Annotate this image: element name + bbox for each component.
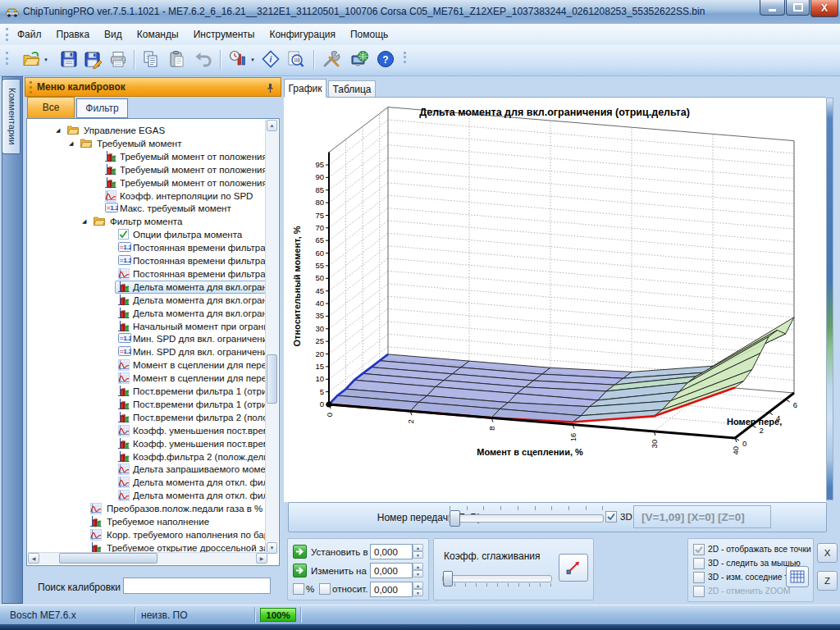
menu-item[interactable]: Конфигурация xyxy=(262,24,343,45)
tree-item[interactable]: Требуемый момент от положения педа xyxy=(28,176,267,189)
grid-edit-button[interactable] xyxy=(786,566,809,587)
menu-item[interactable]: Помощь xyxy=(343,24,395,45)
tree-item[interactable]: Коэфф. уменьшения пост.времени xyxy=(28,437,267,450)
save-button[interactable] xyxy=(59,49,80,71)
tree-vertical-scrollbar[interactable]: ▲ ▼ xyxy=(265,120,278,555)
tree-item[interactable]: Пост.времени фильтра 2 (полож.де xyxy=(28,411,267,424)
tree-item[interactable]: Начальный момент при ограничени xyxy=(28,320,267,333)
tree-item[interactable]: =1.2Мин. SPD для вкл. ограничения (по xyxy=(28,345,267,358)
tree-hscroll-thumb[interactable] xyxy=(59,553,158,564)
scroll-up-icon[interactable]: ▲ xyxy=(267,120,277,131)
change-value-field[interactable]: 0,000 xyxy=(370,563,413,578)
tree-item[interactable]: =1.2Постоянная времени фильтра при ( xyxy=(28,254,267,267)
tree-item[interactable]: Коэфф.фильтра 2 (полож.дельта) xyxy=(28,450,267,463)
tree-item[interactable]: =1.2Постоянная времени фильтра при ( xyxy=(28,241,267,254)
tools-button[interactable] xyxy=(322,49,343,71)
tree-item[interactable]: Постоянная времени фильтра при : xyxy=(28,267,267,281)
tree-item[interactable]: Корр. требуемого наполнения по барометр xyxy=(28,528,267,541)
expander-icon[interactable]: ◢ xyxy=(82,218,86,225)
close-button[interactable]: X xyxy=(810,0,838,17)
tab-graph[interactable]: График xyxy=(284,79,326,98)
surface-chart[interactable]: 0510152025303540455055606570758085909502… xyxy=(284,98,825,501)
option-checkbox[interactable] xyxy=(693,544,705,555)
interpolate-button[interactable] xyxy=(559,554,588,582)
scroll-left-icon[interactable]: ◀ xyxy=(28,553,39,564)
scroll-right-icon[interactable]: ▶ xyxy=(256,553,267,564)
maximize-button[interactable] xyxy=(786,0,810,16)
smoothing-slider-track[interactable] xyxy=(442,575,552,582)
menu-item[interactable]: Инструменты xyxy=(186,24,262,45)
menu-item[interactable]: Правка xyxy=(49,24,98,45)
apply-set-button[interactable] xyxy=(293,545,307,559)
title-bar[interactable]: ChipTuningPRO ver.7.5.1.1021 - ME7.6.2_6… xyxy=(0,0,840,25)
tree-horizontal-scrollbar[interactable]: ◀ ▶ xyxy=(28,552,267,564)
info-button[interactable]: i xyxy=(261,49,282,71)
tree-item[interactable]: Дельта момента для вкл.ограничен xyxy=(28,294,267,307)
option-checkbox[interactable] xyxy=(693,586,705,597)
menu-item[interactable]: Файл xyxy=(10,24,49,45)
sidebar-header[interactable]: Меню калибровок xyxy=(25,77,281,97)
pin-icon[interactable] xyxy=(266,82,275,97)
checkbox-percent[interactable] xyxy=(293,583,304,595)
tree-item[interactable]: ◢Фильтр момента xyxy=(28,215,267,228)
tree-vscroll-thumb[interactable] xyxy=(267,354,277,404)
checkbox-relative[interactable] xyxy=(319,583,331,595)
expander-icon[interactable]: ◢ xyxy=(56,127,60,134)
tree-item[interactable]: Коэфф. уменьшения пост.времени xyxy=(28,424,267,437)
search-input[interactable] xyxy=(123,578,271,594)
comments-tab[interactable]: Комментарии xyxy=(2,79,21,154)
tree-item[interactable]: Дельта запрашиваемого момента , xyxy=(28,463,267,476)
tree-item[interactable]: Момент в сцеплении для переключ xyxy=(28,372,267,385)
view-mode-button[interactable] xyxy=(228,49,249,71)
option-checkbox[interactable] xyxy=(693,572,705,583)
minimize-button[interactable] xyxy=(760,0,785,16)
open-dropdown-icon[interactable]: ▼ xyxy=(43,57,48,62)
tree-item[interactable]: =1.2Макс. требуемый момент xyxy=(28,202,267,215)
gear-slider-thumb[interactable] xyxy=(450,510,460,527)
undo-button[interactable] xyxy=(194,49,215,71)
toolbar-end-grip[interactable] xyxy=(404,52,406,63)
menu-item[interactable]: Вид xyxy=(97,24,130,45)
change-value-stepper[interactable]: ▲▼ xyxy=(413,563,424,578)
sidebar-tab-all[interactable]: Все xyxy=(27,97,75,118)
gear-slider-track[interactable] xyxy=(448,514,604,523)
sidebar-tab-filter[interactable]: Фильтр xyxy=(76,98,128,118)
toolbar-grip[interactable] xyxy=(6,52,8,65)
menu-item[interactable]: Команды xyxy=(130,24,186,45)
tree-item[interactable]: Дельта момента для откл. фильтра xyxy=(28,489,267,502)
copy-button[interactable] xyxy=(141,49,162,71)
tree-item[interactable]: Дельта момента для вкл.огранич. п xyxy=(28,307,267,320)
scroll-down-icon[interactable]: ▼ xyxy=(267,542,277,554)
zoom-preview-button[interactable]: 110 xyxy=(285,49,307,71)
apply-change-button[interactable] xyxy=(293,564,307,578)
view-mode-dropdown-icon[interactable]: ▼ xyxy=(250,57,255,62)
menu-grip[interactable] xyxy=(6,28,8,41)
set-value-field[interactable]: 0,000 xyxy=(370,544,413,559)
paste-button[interactable] xyxy=(167,49,189,71)
tree-item[interactable]: Требуемый момент от положения педа xyxy=(28,150,267,163)
z-axis-button[interactable]: Z xyxy=(817,571,838,591)
tree-item[interactable]: Требуемый момент от положения педа xyxy=(28,163,267,176)
tree-item[interactable]: Требуемое наполнение xyxy=(28,515,267,528)
relative-value-stepper[interactable]: ▲▼ xyxy=(413,582,424,597)
open-button[interactable] xyxy=(21,49,43,71)
help-button[interactable]: ? xyxy=(376,49,397,71)
tab-table[interactable]: Таблица xyxy=(328,80,376,98)
checkbox-3d[interactable] xyxy=(605,511,617,523)
tree-item[interactable]: =1.2Мин. SPD для вкл. ограничения мо xyxy=(28,332,267,345)
tree-item[interactable]: ◢Требуемый момент xyxy=(28,137,267,150)
tree-item[interactable]: Момент в сцеплении для переключ xyxy=(28,358,267,372)
tree-item[interactable]: Преобразов.полож.педали газа в % откр xyxy=(28,502,267,515)
online-button[interactable] xyxy=(349,49,371,71)
relative-value-field[interactable]: 0,000 xyxy=(370,582,413,597)
tree-item[interactable]: Дельта момента для вкл.ограничен xyxy=(28,281,267,294)
expander-icon[interactable]: ◢ xyxy=(69,140,73,147)
x-axis-button[interactable]: X xyxy=(817,543,838,563)
tree-item[interactable]: ◢Управление EGAS xyxy=(28,124,267,137)
tree-item[interactable]: Коэфф. интерполяции по SPD xyxy=(28,189,267,203)
save-as-button[interactable] xyxy=(84,49,105,71)
tree-item[interactable]: Пост.времени фильтра 1 (отриц.дел xyxy=(28,385,267,398)
option-checkbox[interactable] xyxy=(693,558,705,569)
print-button[interactable] xyxy=(108,49,130,71)
set-value-stepper[interactable]: ▲▼ xyxy=(413,544,424,559)
